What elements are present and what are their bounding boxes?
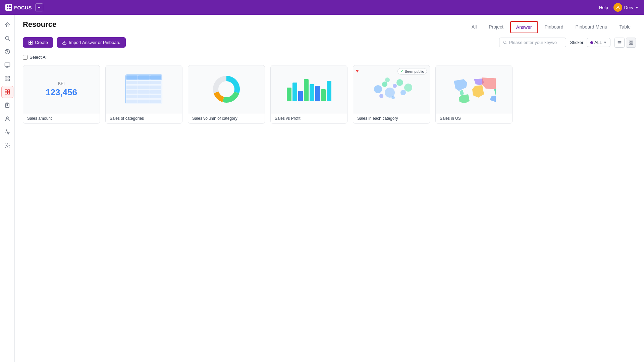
tab-pinboard[interactable]: Pinboard bbox=[539, 21, 569, 33]
user-menu[interactable]: Dory ▼ bbox=[613, 3, 639, 12]
sidebar-item-user[interactable] bbox=[1, 113, 13, 125]
card-visual-map bbox=[436, 65, 512, 113]
toolbar-right: Please enter your keywo Sticker: ALL ▼ bbox=[499, 38, 636, 48]
cards-grid: KPI 123,456 Sales amount bbox=[23, 65, 636, 124]
sidebar-item-settings[interactable] bbox=[1, 140, 13, 152]
svg-point-48 bbox=[400, 90, 406, 95]
list-view-button[interactable] bbox=[614, 38, 625, 48]
logo-icon bbox=[5, 4, 12, 11]
heart-icon: ♥ bbox=[356, 68, 359, 73]
sidebar-item-search[interactable] bbox=[1, 32, 13, 44]
card-visual-donut bbox=[188, 65, 265, 113]
map-svg bbox=[452, 76, 496, 103]
card-label-sales-in-us: Sales in US bbox=[436, 113, 512, 123]
bubble-chart-svg bbox=[371, 76, 415, 103]
app-name: FOCUS bbox=[14, 5, 32, 10]
svg-point-4 bbox=[617, 6, 619, 7]
home-icon bbox=[4, 22, 10, 28]
card-label-sales-volume: Sales volumn of category bbox=[188, 113, 265, 123]
topbar-add-button[interactable]: + bbox=[35, 3, 43, 11]
card-sales-vs-profit[interactable]: Sales vs Profit bbox=[270, 65, 347, 124]
sidebar bbox=[0, 15, 15, 362]
sticker-chevron-icon: ▼ bbox=[603, 41, 607, 44]
clipboard-icon bbox=[4, 102, 10, 108]
search-box[interactable]: Please enter your keywo bbox=[499, 38, 566, 47]
tab-all[interactable]: All bbox=[466, 21, 482, 33]
sidebar-item-resource[interactable] bbox=[1, 86, 13, 98]
svg-rect-16 bbox=[5, 90, 7, 92]
tab-project[interactable]: Project bbox=[483, 21, 509, 33]
svg-point-23 bbox=[6, 117, 8, 119]
analytics-icon bbox=[4, 129, 10, 135]
content-header: Resource All Project Answer Pinboard Pin… bbox=[15, 15, 644, 33]
svg-point-50 bbox=[379, 94, 383, 98]
tab-table[interactable]: Table bbox=[614, 21, 636, 33]
svg-point-47 bbox=[396, 79, 403, 86]
grid-view-icon bbox=[629, 40, 633, 45]
bubble-chart bbox=[371, 76, 412, 103]
svg-rect-36 bbox=[631, 41, 633, 42]
search-icon bbox=[503, 40, 507, 45]
card-sales-of-categories[interactable]: Sales of categories bbox=[105, 65, 182, 124]
help-icon bbox=[4, 49, 10, 55]
sidebar-item-monitor[interactable] bbox=[1, 59, 13, 71]
topbar: FOCUS + Help Dory ▼ bbox=[0, 0, 644, 15]
svg-point-5 bbox=[5, 36, 9, 40]
svg-rect-28 bbox=[31, 43, 33, 44]
app-logo[interactable]: FOCUS bbox=[5, 4, 32, 11]
sidebar-item-help[interactable] bbox=[1, 46, 13, 58]
svg-rect-38 bbox=[631, 43, 633, 44]
svg-point-30 bbox=[503, 41, 506, 44]
nav-tabs: All Project Answer Pinboard Pinboard Men… bbox=[466, 21, 636, 33]
card-sales-amount[interactable]: KPI 123,456 Sales amount bbox=[23, 65, 100, 124]
main-layout: Resource All Project Answer Pinboard Pin… bbox=[0, 15, 644, 362]
kpi-visual: KPI 123,456 bbox=[46, 81, 77, 98]
world-map bbox=[452, 76, 496, 103]
svg-rect-14 bbox=[5, 79, 7, 81]
card-sales-in-us[interactable]: Sales in US bbox=[435, 65, 513, 124]
svg-rect-26 bbox=[31, 41, 33, 42]
create-button[interactable]: Create bbox=[23, 37, 53, 48]
svg-point-51 bbox=[391, 96, 395, 99]
grid-view-button[interactable] bbox=[626, 38, 636, 48]
svg-point-52 bbox=[385, 77, 390, 82]
sidebar-item-clipboard[interactable] bbox=[1, 99, 13, 111]
card-sales-in-each-category[interactable]: ♥ ✓ Been public bbox=[353, 65, 430, 124]
svg-rect-37 bbox=[629, 43, 631, 44]
user-avatar bbox=[613, 3, 622, 12]
tab-answer[interactable]: Answer bbox=[510, 21, 538, 33]
svg-rect-25 bbox=[29, 41, 31, 42]
svg-point-49 bbox=[404, 84, 412, 92]
toolbar: Create Import Answer or Pinboard Please … bbox=[15, 33, 644, 52]
sidebar-item-grid[interactable] bbox=[1, 72, 13, 85]
card-sales-volume[interactable]: Sales volumn of category bbox=[188, 65, 265, 124]
user-icon bbox=[4, 116, 10, 122]
svg-point-44 bbox=[382, 82, 387, 87]
kpi-value: 123,456 bbox=[46, 87, 77, 98]
svg-rect-9 bbox=[5, 63, 10, 66]
search-icon bbox=[4, 35, 10, 41]
sticker-select[interactable]: ALL ▼ bbox=[587, 38, 610, 47]
content-area: Resource All Project Answer Pinboard Pin… bbox=[15, 15, 644, 362]
select-all-checkbox[interactable] bbox=[23, 55, 28, 60]
card-label-sales-in-each-category: Sales in each category bbox=[353, 113, 430, 123]
create-icon bbox=[28, 40, 33, 45]
sticker-dot bbox=[590, 41, 593, 44]
card-visual-bar bbox=[271, 65, 347, 113]
donut-chart-svg bbox=[211, 74, 241, 104]
select-all-label[interactable]: Select All bbox=[23, 55, 636, 60]
checkmark-icon: ✓ bbox=[400, 69, 404, 73]
svg-rect-12 bbox=[5, 76, 7, 78]
sidebar-item-analytics[interactable] bbox=[1, 126, 13, 138]
help-link[interactable]: Help bbox=[599, 5, 608, 10]
list-view-icon bbox=[617, 40, 622, 45]
svg-rect-2 bbox=[7, 8, 8, 9]
card-label-sales-vs-profit: Sales vs Profit bbox=[271, 113, 347, 123]
card-label-sales-amount: Sales amount bbox=[23, 113, 100, 123]
sidebar-item-home[interactable] bbox=[1, 19, 13, 31]
topbar-right: Help Dory ▼ bbox=[599, 3, 639, 12]
svg-rect-0 bbox=[7, 5, 8, 7]
import-button[interactable]: Import Answer or Pinboard bbox=[57, 37, 126, 48]
select-all-bar: Select All bbox=[15, 52, 644, 62]
tab-pinboard-menu[interactable]: Pinboard Menu bbox=[570, 21, 613, 33]
